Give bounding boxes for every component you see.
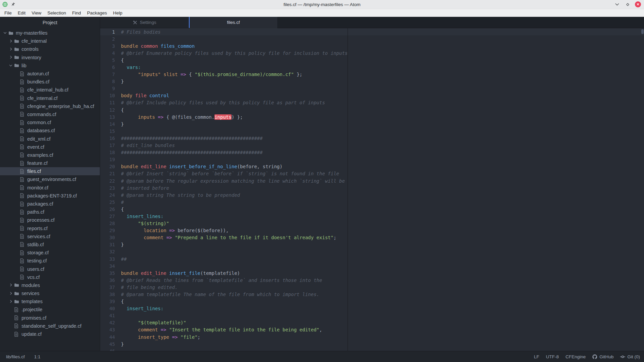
code-line-17[interactable]: 17# edit_line bundles (100, 142, 348, 149)
line-number[interactable]: 31 (100, 242, 120, 247)
tree-item-edit-xml-cf[interactable]: edit_xml.cf (0, 135, 100, 143)
line-number[interactable]: 18 (100, 150, 120, 155)
code-line-14[interactable]: 14} (100, 120, 348, 128)
tree-item-commands-cf[interactable]: commands.cf (0, 110, 100, 118)
pin-icon[interactable] (11, 2, 15, 7)
code-line-46[interactable]: 46 (100, 348, 348, 351)
tree-item-inventory[interactable]: inventory (0, 53, 100, 62)
tree-item-testing-cf[interactable]: testing.cf (0, 257, 100, 265)
menu-selection[interactable]: Selection (44, 10, 69, 16)
code-line-38[interactable]: 38# @param templatefile The name of the … (100, 291, 348, 298)
line-number[interactable]: 15 (100, 129, 120, 134)
tree-item-update-cf[interactable]: update.cf (0, 330, 100, 338)
code-line-11[interactable]: 11# @brief Include policy files used by … (100, 99, 348, 106)
line-number[interactable]: 43 (100, 327, 120, 332)
line-number[interactable]: 17 (100, 143, 120, 148)
status-github[interactable]: GitHub (592, 354, 613, 359)
tree-item-packages-ent-3719-cf[interactable]: packages-ENT-3719.cf (0, 192, 100, 200)
code-line-41[interactable]: 41 (100, 312, 348, 319)
code-line-45[interactable]: 45} (100, 340, 348, 348)
tree-item-stdlib-cf[interactable]: stdlib.cf (0, 241, 100, 249)
tree-item-paths-cf[interactable]: paths.cf (0, 208, 100, 216)
line-number[interactable]: 2 (100, 36, 120, 42)
chevron-right-icon[interactable] (9, 292, 12, 295)
tree-item-monitor-cf[interactable]: monitor.cf (0, 184, 100, 192)
tree-item-autorun-cf[interactable]: autorun.cf (0, 70, 100, 78)
scrollbar-thumb[interactable] (641, 29, 644, 34)
tree-item-cfe-internal[interactable]: cfe_internal (0, 37, 100, 45)
code-line-2[interactable]: 2 (100, 35, 348, 42)
line-number[interactable]: 8 (100, 79, 120, 84)
status-grammar[interactable]: CFEngine (565, 354, 586, 359)
tree-item-databases-cf[interactable]: databases.cf (0, 126, 100, 135)
code-line-35[interactable]: 35bundle edit_line insert_file(templatef… (100, 269, 348, 277)
code-line-19[interactable]: 19 (100, 156, 348, 163)
chevron-down-icon[interactable] (3, 31, 7, 35)
tree-item-standalone-self-upgrade-cf[interactable]: standalone_self_upgrade.cf (0, 322, 100, 330)
line-number[interactable]: 26 (100, 207, 120, 212)
line-number[interactable]: 23 (100, 185, 120, 191)
tree-item-bundles-cf[interactable]: bundles.cf (0, 78, 100, 86)
line-number[interactable]: 7 (100, 72, 120, 77)
line-number[interactable]: 40 (100, 306, 120, 311)
tree-item-event-cf[interactable]: event.cf (0, 143, 100, 151)
code-line-7[interactable]: 7 "inputs" slist => { "$(this.promise_di… (100, 71, 348, 78)
tab-files-cf[interactable]: files.cf (190, 17, 277, 28)
tree-item-services[interactable]: services (0, 289, 100, 297)
code-line-32[interactable]: 32 (100, 248, 348, 255)
code-line-31[interactable]: 31} (100, 241, 348, 248)
line-number[interactable]: 32 (100, 249, 120, 254)
tree-item-packages-cf[interactable]: packages.cf (0, 200, 100, 208)
line-number[interactable]: 1 (100, 29, 120, 35)
code-line-18[interactable]: 18######################################… (100, 149, 348, 156)
line-number[interactable]: 28 (100, 221, 120, 226)
code-line-25[interactable]: 25# (100, 198, 348, 206)
tree-item-cfengine-enterprise-hub-ha-cf[interactable]: cfengine_enterprise_hub_ha.cf (0, 102, 100, 110)
line-number[interactable]: 6 (100, 65, 120, 70)
line-number[interactable]: 3 (100, 43, 120, 49)
line-number[interactable]: 35 (100, 270, 120, 276)
status-encoding[interactable]: UTF-8 (546, 354, 559, 359)
status-cursor-position[interactable]: 1:1 (34, 354, 41, 359)
tree-item--projectile[interactable]: .projectile (0, 305, 100, 314)
line-number[interactable]: 12 (100, 107, 120, 113)
line-number[interactable]: 42 (100, 320, 120, 325)
code-line-9[interactable]: 9 (100, 85, 348, 92)
maximize-button[interactable] (625, 1, 631, 7)
status-line-ending[interactable]: LF (534, 354, 539, 359)
code-line-6[interactable]: 6 vars: (100, 64, 348, 71)
code-line-10[interactable]: 10body file control (100, 92, 348, 99)
line-number[interactable]: 11 (100, 100, 120, 105)
tree-item-processes-cf[interactable]: processes.cf (0, 216, 100, 224)
tree-item-feature-cf[interactable]: feature.cf (0, 159, 100, 167)
shade-button[interactable] (614, 1, 620, 7)
tree-item-templates[interactable]: templates (0, 297, 100, 305)
code-line-28[interactable]: 28 "$(string)" (100, 220, 348, 227)
line-number[interactable]: 10 (100, 93, 120, 98)
code-line-21[interactable]: 21# @brief Insert `string` before `befor… (100, 170, 348, 177)
code-line-15[interactable]: 15 (100, 128, 348, 135)
tree-item-promises-cf[interactable]: promises.cf (0, 314, 100, 322)
line-number[interactable]: 34 (100, 263, 120, 269)
line-number[interactable]: 30 (100, 235, 120, 240)
menu-find[interactable]: Find (69, 10, 84, 16)
tree-item-my-masterfiles[interactable]: my-masterfiles (0, 29, 100, 37)
tree-item-vcs-cf[interactable]: vcs.cf (0, 273, 100, 281)
tree-item-reports-cf[interactable]: reports.cf (0, 224, 100, 232)
empty-editor-pane[interactable] (348, 28, 644, 351)
code-line-39[interactable]: 39{ (100, 298, 348, 305)
line-number[interactable]: 36 (100, 278, 120, 283)
menu-packages[interactable]: Packages (84, 10, 110, 16)
tree-item-examples-cf[interactable]: examples.cf (0, 151, 100, 159)
line-number[interactable]: 45 (100, 341, 120, 347)
code-line-3[interactable]: 3bundle common files_common (100, 42, 348, 49)
code-line-40[interactable]: 40 insert_lines: (100, 305, 348, 312)
line-number[interactable]: 41 (100, 313, 120, 318)
line-number[interactable]: 4 (100, 50, 120, 56)
tree-item-common-cf[interactable]: common.cf (0, 118, 100, 126)
line-number[interactable]: 46 (100, 349, 120, 351)
chevron-right-icon[interactable] (9, 56, 12, 59)
code-line-8[interactable]: 8} (100, 78, 348, 85)
menu-file[interactable]: File (1, 10, 15, 16)
tree-item-users-cf[interactable]: users.cf (0, 265, 100, 273)
